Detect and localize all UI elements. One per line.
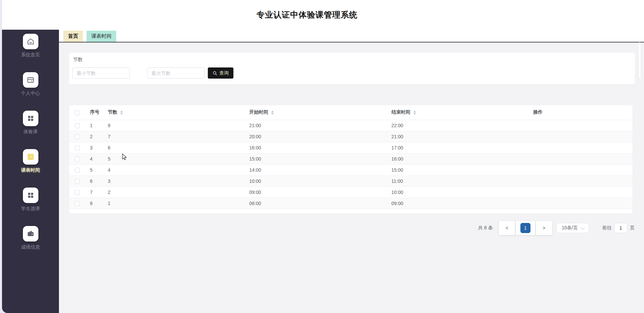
- cell-start-time: 15:00: [243, 153, 385, 164]
- column-header-start-time[interactable]: 开始时间: [243, 105, 385, 120]
- cell-start-time: 14:00: [243, 164, 385, 175]
- column-header-periods[interactable]: 节数: [101, 105, 243, 120]
- cell-index: 4: [84, 153, 101, 164]
- column-header-end-time[interactable]: 结束时间: [385, 105, 526, 120]
- cell-end-time: 22:00: [385, 120, 526, 131]
- sidebar: 系统首页 个人中心 体验课 课表时间: [2, 30, 59, 313]
- home-icon: [23, 34, 38, 49]
- filter-group-label: 节数: [73, 57, 83, 63]
- cell-index: 5: [84, 164, 101, 175]
- cell-periods: 7: [101, 131, 243, 142]
- vertical-scrollbar-thumb[interactable]: [638, 42, 641, 79]
- page-size-value: 10条/页: [562, 225, 578, 231]
- app-header: 专业认证中体验课管理系统: [2, 0, 644, 30]
- row-checkbox[interactable]: [75, 123, 80, 128]
- schedule-table-card: 序号 节数 开始时间 结束时间 操作: [69, 105, 633, 214]
- cell-operations: [526, 120, 633, 131]
- cell-operations: [526, 153, 633, 164]
- sidebar-item-label: 课表时间: [21, 167, 40, 173]
- tab-bar: 首页 课表时间: [59, 30, 644, 42]
- cell-start-time: 09:00: [243, 187, 385, 198]
- sidebar-item-system-home[interactable]: 系统首页: [2, 34, 59, 72]
- id-card-icon: [23, 72, 38, 88]
- grid-icon: [23, 188, 38, 203]
- cell-operations: [526, 164, 633, 175]
- cell-end-time: 15:00: [385, 164, 526, 175]
- table-row[interactable]: 1 8 21:00 22:00: [69, 120, 633, 131]
- total-count-label: 共 8 条: [478, 225, 493, 231]
- cell-operations: [526, 198, 633, 209]
- cell-start-time: 20:00: [243, 131, 385, 142]
- sidebar-item-label: 成绩信息: [21, 244, 40, 250]
- table-row[interactable]: 2 7 20:00 21:00: [69, 131, 633, 142]
- cell-start-time: 21:00: [243, 120, 385, 131]
- table-row[interactable]: 8 1 08:00 09:00: [69, 198, 633, 209]
- row-checkbox[interactable]: [75, 190, 80, 195]
- main-content: 首页 课表时间 节数 查询 序号: [59, 30, 644, 313]
- cell-start-time: 16:00: [243, 142, 385, 153]
- sort-icon: [413, 111, 416, 115]
- cell-index: 1: [84, 120, 101, 131]
- max-periods-input[interactable]: [147, 67, 204, 79]
- sidebar-item-experience-course[interactable]: 体验课: [2, 111, 59, 149]
- goto-page-input[interactable]: [614, 223, 627, 233]
- cell-end-time: 16:00: [385, 153, 526, 164]
- tab-schedule-time[interactable]: 课表时间: [87, 31, 116, 42]
- cell-operations: [526, 187, 633, 198]
- cell-start-time: 08:00: [243, 198, 385, 209]
- sort-icon: [120, 111, 123, 115]
- row-checkbox[interactable]: [75, 145, 80, 150]
- goto-unit-label: 页: [630, 225, 635, 231]
- page-size-select[interactable]: 10条/页: [556, 223, 589, 233]
- sidebar-item-label: 个人中心: [21, 90, 40, 96]
- row-checkbox[interactable]: [75, 168, 80, 173]
- cell-end-time: 21:00: [385, 131, 526, 142]
- next-page-button[interactable]: >: [536, 221, 552, 235]
- cell-end-time: 11:00: [385, 175, 526, 187]
- row-checkbox[interactable]: [75, 156, 80, 162]
- column-header-index: 序号: [84, 105, 101, 120]
- cell-periods: 8: [101, 120, 243, 131]
- cell-operations: [526, 175, 633, 187]
- table-row[interactable]: 6 3 10:00 11:00: [69, 175, 633, 187]
- sidebar-item-student-course-selection[interactable]: 学生选课: [2, 188, 59, 226]
- table-row[interactable]: 5 4 14:00 15:00: [69, 164, 633, 175]
- min-periods-input[interactable]: [72, 67, 130, 79]
- sidebar-item-schedule-time[interactable]: 课表时间: [2, 149, 59, 188]
- column-header-operations: 操作: [526, 105, 633, 120]
- search-button[interactable]: 查询: [208, 67, 233, 79]
- table-row[interactable]: 3 6 16:00 17:00: [69, 142, 633, 153]
- cell-end-time: 17:00: [385, 142, 526, 153]
- row-checkbox[interactable]: [75, 179, 80, 184]
- wallet-icon: [23, 226, 38, 241]
- sidebar-item-label: 系统首页: [21, 52, 40, 58]
- sidebar-item-label: 学生选课: [21, 206, 40, 212]
- search-button-label: 查询: [219, 70, 229, 76]
- page-1-button[interactable]: 1: [520, 223, 530, 233]
- sort-icon: [271, 111, 274, 115]
- tab-home[interactable]: 首页: [63, 31, 83, 42]
- cell-end-time: 10:00: [385, 187, 526, 198]
- search-icon: [213, 71, 217, 76]
- pagination: 共 8 条 < 1 > 10条/页 前往 页: [478, 221, 635, 235]
- calendar-icon: [23, 149, 38, 165]
- table-row[interactable]: 7 2 09:00 10:00: [69, 187, 633, 198]
- cell-periods: 1: [101, 198, 243, 209]
- prev-page-button[interactable]: <: [499, 221, 515, 235]
- row-checkbox[interactable]: [75, 201, 80, 206]
- chevron-down-icon: [580, 225, 585, 230]
- filter-panel: 节数 查询: [69, 53, 635, 84]
- cell-index: 7: [84, 187, 101, 198]
- page-title: 专业认证中体验课管理系统: [2, 0, 612, 30]
- sidebar-item-grade-info[interactable]: 成绩信息: [2, 226, 59, 264]
- page-1-wrap[interactable]: 1: [516, 221, 535, 235]
- row-checkbox[interactable]: [75, 134, 80, 139]
- cell-index: 6: [84, 175, 101, 187]
- table-body: 1 8 21:00 22:00 2 7 20:00 21:00 3 6 16:0…: [69, 120, 633, 209]
- cell-periods: 2: [101, 187, 243, 198]
- select-all-checkbox[interactable]: [75, 110, 80, 115]
- table-row[interactable]: 4 5 15:00 16:00: [69, 153, 633, 164]
- cell-index: 3: [84, 142, 101, 153]
- sidebar-item-personal-center[interactable]: 个人中心: [2, 72, 59, 111]
- cell-operations: [526, 142, 633, 153]
